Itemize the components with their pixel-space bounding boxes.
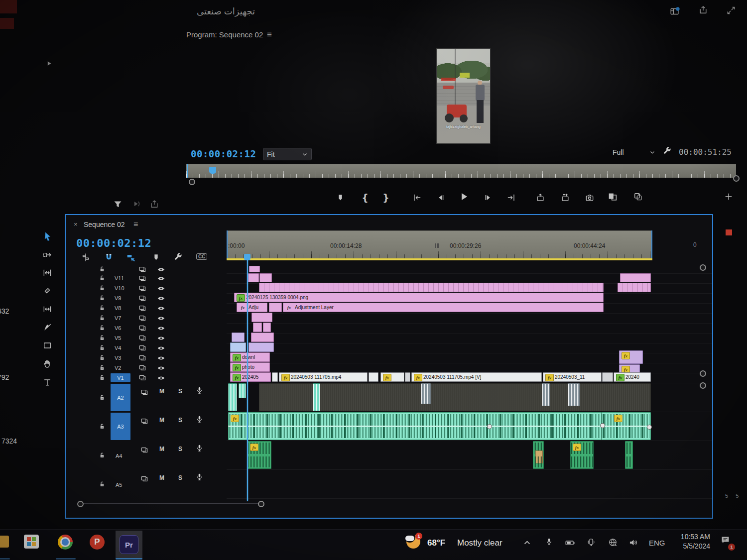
track-name[interactable]: V8 [115, 305, 121, 311]
solo-button[interactable]: S [178, 388, 182, 395]
sync-lock-icon[interactable] [138, 364, 146, 372]
timeline-clip[interactable] [568, 383, 580, 406]
horizontal-scrollbar[interactable] [80, 503, 261, 504]
timeline-clip[interactable] [228, 383, 237, 411]
sync-lock-icon[interactable] [138, 284, 146, 292]
lock-icon[interactable] [99, 334, 106, 341]
taskbar-phone-link-icon[interactable] [587, 538, 596, 547]
track-name[interactable]: A4 [116, 453, 122, 459]
taskbar-chevron-up-icon[interactable] [523, 539, 531, 547]
timeline-clip[interactable]: fxAdju [237, 303, 267, 312]
timeline-clip[interactable]: fxphoto [230, 362, 270, 372]
timeline-clip[interactable] [421, 383, 431, 404]
voiceover-record-icon[interactable] [195, 444, 204, 452]
audio-keyframe[interactable] [600, 423, 605, 428]
timeline-settings-wrench-icon[interactable] [173, 252, 183, 261]
insert-overwrite-icon[interactable] [81, 252, 91, 262]
program-scrollbar-handle[interactable] [733, 175, 740, 182]
eye-icon[interactable] [157, 284, 165, 293]
timeline-clip[interactable]: fx20240503 111705.mp4 [279, 372, 368, 382]
timeline-clip[interactable]: fx20240125 130359 0004.png [234, 293, 604, 302]
track-name[interactable]: A3 [111, 413, 130, 440]
extract-button[interactable] [558, 190, 573, 205]
eye-icon[interactable] [157, 344, 165, 352]
step-forward-button[interactable] [481, 190, 496, 205]
timeline-playhead-head[interactable] [244, 254, 250, 260]
track-name[interactable]: V1 [111, 373, 130, 382]
timeline-clip[interactable] [251, 333, 274, 342]
timeline-clip[interactable] [405, 372, 410, 382]
track-name[interactable]: V4 [115, 345, 121, 351]
eye-icon[interactable] [157, 354, 165, 362]
timeline-clip[interactable] [618, 283, 651, 292]
pen-tool[interactable] [41, 321, 54, 334]
track-name[interactable]: V10 [115, 285, 124, 291]
sync-lock-icon[interactable] [138, 374, 146, 382]
taskbar-weather-description[interactable]: Mostly clear [457, 538, 502, 548]
go-to-out-button[interactable] [504, 190, 519, 205]
track-name[interactable]: V7 [115, 315, 121, 321]
close-tab-icon[interactable]: × [74, 221, 78, 228]
razor-tool[interactable] [41, 284, 54, 297]
timeline-clip[interactable] [369, 372, 378, 382]
fullscreen-icon[interactable] [726, 5, 736, 15]
eye-icon[interactable] [157, 274, 165, 283]
lift-button[interactable] [533, 190, 548, 205]
taskbar-notification-icon[interactable] [720, 535, 731, 545]
timeline-clip[interactable] [230, 342, 246, 352]
voiceover-record-icon[interactable] [195, 386, 204, 395]
timeline-clip[interactable] [253, 323, 262, 332]
taskbar-language[interactable]: ENG [649, 539, 665, 547]
snap-magnet-icon[interactable] [104, 252, 114, 263]
solo-button[interactable]: S [178, 417, 182, 424]
captions-icon[interactable]: CC [196, 253, 207, 260]
eye-icon[interactable] [157, 324, 165, 333]
zoom-level-dropdown[interactable]: Fit [263, 148, 312, 160]
ripple-edit-tool[interactable] [41, 266, 54, 279]
timeline-clip[interactable] [263, 323, 271, 332]
timeline-ruler[interactable]: :00:0000:00:14:2800:00:29:2600:00:44:24 [227, 230, 652, 258]
vertical-scrollbar-handle[interactable] [700, 370, 706, 377]
sync-lock-icon[interactable] [138, 354, 146, 362]
export-icon[interactable] [698, 5, 708, 15]
sync-lock-icon[interactable] [138, 334, 146, 342]
vertical-scrollbar-handle[interactable] [700, 264, 706, 271]
add-marker-button[interactable] [333, 190, 348, 205]
sync-lock-icon[interactable] [138, 344, 146, 352]
mark-out-button[interactable]: } [378, 190, 393, 205]
export-frame-button[interactable] [582, 190, 597, 205]
audio-keyframe[interactable] [647, 425, 652, 430]
timeline-clip[interactable] [259, 283, 604, 292]
timeline-clip[interactable]: fx [380, 372, 404, 382]
export-frame-left-icon[interactable] [149, 199, 159, 209]
track-name[interactable]: V5 [115, 335, 121, 341]
timeline-clip[interactable] [533, 441, 544, 469]
solo-button[interactable]: S [178, 474, 182, 481]
sync-lock-icon[interactable] [138, 314, 146, 322]
lock-icon[interactable] [99, 354, 106, 361]
program-mini-timeline[interactable] [186, 164, 736, 178]
eye-icon[interactable] [157, 364, 165, 372]
selection-tool[interactable] [41, 230, 54, 243]
lock-icon[interactable] [99, 394, 106, 401]
lock-icon[interactable] [99, 423, 106, 430]
timeline-clip[interactable] [542, 383, 550, 406]
timeline-clip[interactable] [249, 266, 260, 272]
taskbar-weather-icon[interactable]: 1 [406, 535, 420, 549]
timeline-clip[interactable]: fx20240503_11 [543, 372, 602, 382]
timeline-clip[interactable] [269, 303, 282, 312]
mute-button[interactable]: M [159, 417, 164, 424]
eye-icon[interactable] [157, 374, 165, 382]
timeline-clip[interactable]: fxAdjustment Layer [283, 303, 604, 312]
program-playhead[interactable] [209, 167, 216, 174]
timeline-clip[interactable] [272, 372, 278, 382]
timeline-clip[interactable] [251, 313, 272, 322]
timeline-clip[interactable]: fx [570, 441, 594, 469]
sync-lock-icon[interactable] [140, 417, 148, 425]
lock-icon[interactable] [99, 294, 106, 302]
lock-icon[interactable] [99, 304, 106, 312]
scrollbar-handle[interactable] [77, 501, 84, 507]
track-name[interactable]: A2 [111, 384, 130, 411]
track-name[interactable]: V2 [115, 365, 121, 371]
solo-button[interactable]: S [178, 446, 182, 452]
